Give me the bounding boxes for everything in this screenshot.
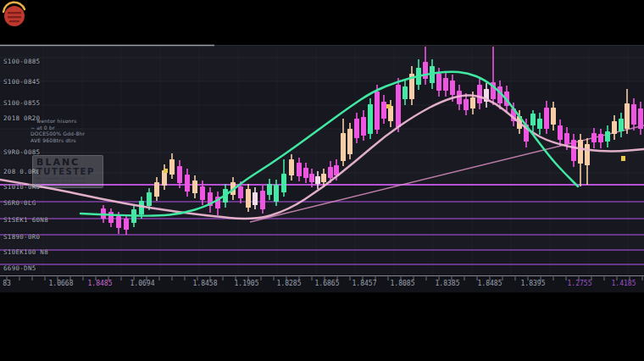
candle-body [260,191,265,209]
indicator-values-panel: ^ wentor hisonrs~ at 0 brDOCES00% Gdd-8h… [31,118,85,143]
candle-body [443,78,448,91]
candle-body [537,119,542,129]
candle-body [436,74,441,91]
candle-body [169,159,175,175]
yellow-marker [164,169,168,173]
time-axis-label: 1.8385 [436,280,460,287]
price-axis-label: S1890-0R0 [3,233,40,241]
candle-body [375,92,380,130]
candle-body [598,134,603,142]
candle-body [402,86,408,99]
indicator-line: DOCES00% Gdd-8hr [31,131,85,137]
candle-body [328,167,333,178]
time-axis-label: 1.8457 [353,280,377,287]
time-axis-label: 1.8485 [478,280,502,287]
candle-body [315,176,320,184]
time-axis-label: 1.6865 [315,280,340,287]
watermark-tagline-2: Cttr cnd tmt dbct hssmcnt [36,180,99,185]
yellow-marker [386,104,391,108]
time-axis-label: 1.2755 [568,280,592,287]
candle-body [631,104,636,125]
candle-body [625,103,630,129]
price-axis-label: 6690-DN5 [3,264,36,272]
candle-body [303,168,308,178]
price-axis-label: S6R0-0LG [3,199,36,207]
candle-body [619,119,624,131]
candle-body [368,104,373,134]
time-axis-label: 83 [3,280,11,287]
candle-body [341,133,346,161]
time-axis-label: 1.0668 [49,280,74,287]
candle-body [470,97,475,108]
candle-body [238,186,243,198]
candle-body [289,159,294,175]
candle-body [154,182,159,197]
time-axis-label: 1.8085 [391,280,415,287]
candle-body [116,216,121,228]
candle-body [281,174,286,192]
price-axis-label: S100-0855 [3,99,40,107]
candle-body [530,114,536,125]
time-axis-label: 1.4185 [612,280,636,287]
candle-body [361,117,366,136]
watermark-badge: BLANC TUTESTEP Pood soumet & acd cndea C… [32,155,103,188]
price-axis-label: S1SEK1 60N8 [3,216,48,224]
candle-body [192,180,197,193]
candle-body [200,186,205,200]
candle-body [177,166,182,183]
candle-body [638,108,643,129]
candle-body [571,140,576,161]
yellow-marker [621,156,625,161]
candle-body [423,62,428,79]
candle-body [381,102,386,119]
candle-body [564,133,569,144]
candle-body [544,108,549,129]
trading-app-window: S100-0885S100-0845S100-08552018 0R20S9R0… [0,0,644,361]
time-axis-label: 1.0694 [130,280,155,287]
candle-body [558,125,563,140]
candle-body [612,121,617,134]
watermark-title: BLANC [36,158,99,167]
time-axis-label: 1.8485 [88,280,113,287]
candle-body [347,129,353,154]
candle-body [124,219,129,230]
candle-body [147,192,152,206]
candle-body [605,131,610,142]
candle-body [396,85,401,127]
candle-body [464,99,469,110]
candle-body [585,144,590,165]
candle-body [274,185,279,202]
candle-body [450,81,455,95]
candle-body [297,163,302,176]
time-axis-label: 1.8458 [193,280,218,287]
price-axis-label: S100-0885 [3,58,40,65]
candle-body [309,174,314,182]
candle-body [267,184,272,195]
price-axis-label: S100-0845 [3,78,40,86]
candle-body [321,174,326,182]
candle-body [185,175,190,192]
watermark-subtitle: TUTESTEP [36,167,99,176]
time-axis-label: 1.8395 [521,280,546,287]
indicator-line: ~ at 0 br [31,125,85,131]
candle-body [477,85,482,103]
candle-body [246,189,251,208]
candle-body [253,192,258,205]
candle-body [551,108,556,125]
candle-body [354,119,359,138]
time-axis-label: 1.8285 [277,280,302,287]
indicator-line: AVE 960Btrs dtrs [31,137,85,144]
candle-body [108,212,114,223]
time-axis-label: 1.1905 [235,280,259,287]
indicator-line: ^ wentor hisonrs [31,118,85,125]
red-circle-logo-icon [0,0,29,29]
candle-body [591,133,597,142]
candle-body [578,140,583,164]
price-axis-label: S10EK100 N8 [3,248,48,256]
